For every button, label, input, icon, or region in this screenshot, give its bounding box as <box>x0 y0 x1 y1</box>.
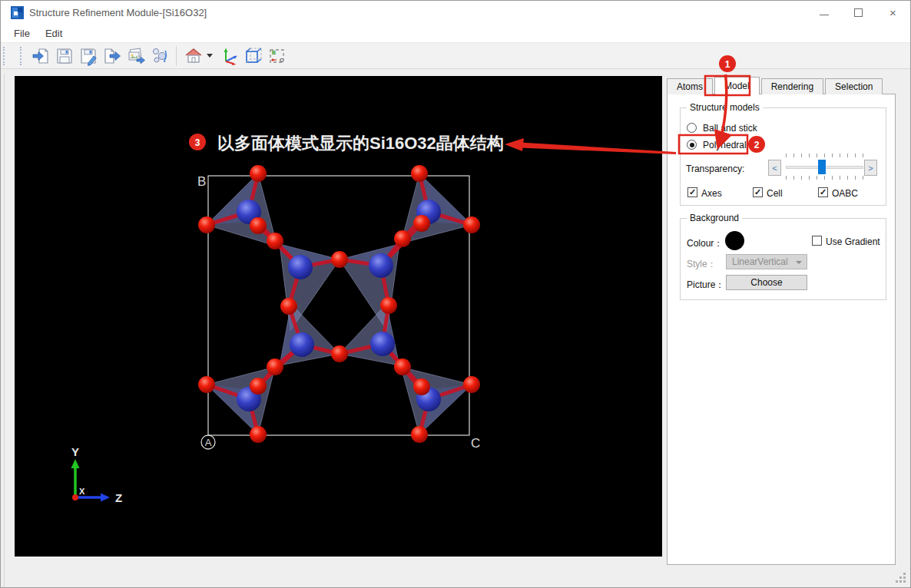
structure-models-title: Structure models <box>687 102 763 113</box>
background-group: Background Colour： Use Gradient Style： L… <box>680 218 886 300</box>
z-axis-label: Z <box>115 491 122 504</box>
export-icon <box>102 46 122 66</box>
use-gradient-label[interactable]: Use Gradient <box>826 236 880 247</box>
y-axis-arrow <box>71 459 80 468</box>
style-dropdown[interactable]: LinearVertical <box>726 254 807 269</box>
axes-icon <box>220 46 240 66</box>
slider-increase-button[interactable]: > <box>864 160 877 176</box>
window-title: Structure Refinement Module-[Si16O32] <box>29 7 207 18</box>
cell-checkbox[interactable]: ✓ <box>753 187 763 197</box>
tab-atoms[interactable]: Atoms <box>667 78 713 94</box>
export-image-button[interactable] <box>124 45 147 68</box>
panel-tab-bar: Atoms Model Rendering Selection <box>667 78 884 94</box>
crystal-structure-canvas[interactable]: B A C Y Z X <box>15 76 662 557</box>
import-icon <box>31 46 51 66</box>
minimize-button[interactable] <box>807 1 841 24</box>
structure-models-group: Structure models Ball and stick Polyhedr… <box>680 107 886 206</box>
import-button[interactable] <box>28 45 52 68</box>
cell-checkbox-label[interactable]: Cell <box>767 188 783 199</box>
svg-text:B: B <box>272 50 276 55</box>
background-title: Background <box>687 213 742 223</box>
oabc-checkbox[interactable]: ✓ <box>818 187 828 197</box>
y-axis-label: Y <box>71 445 79 458</box>
menu-bar: File Edit <box>1 24 910 43</box>
tab-model[interactable]: Model <box>714 77 760 94</box>
oabc-toggle-button[interactable]: B C <box>265 45 289 68</box>
slider-ticks-bottom <box>786 176 863 180</box>
model-tab-page: Structure models Ball and stick Polyhedr… <box>667 94 896 565</box>
menu-edit[interactable]: Edit <box>38 28 70 39</box>
x-axis-dot <box>72 494 78 500</box>
title-bar: Structure Refinement Module-[Si16O32] × <box>1 1 910 24</box>
molecule-icon <box>150 46 170 66</box>
dropdown-caret-icon <box>796 261 802 264</box>
molecule-button[interactable] <box>147 45 171 68</box>
polyhedral-label[interactable]: Polyhedral <box>703 140 747 150</box>
save-as-icon <box>78 46 98 66</box>
style-dropdown-value: LinearVertical <box>732 256 788 267</box>
toolbar-gripper-2[interactable] <box>20 47 24 65</box>
style-label: Style： <box>687 258 717 271</box>
panel-splitter-line <box>4 74 5 587</box>
axis-triad: Y Z X <box>71 445 123 504</box>
home-dropdown-caret[interactable] <box>207 54 213 58</box>
close-icon: × <box>889 6 896 19</box>
toolbar-gripper[interactable] <box>3 47 7 65</box>
minimize-icon <box>820 15 829 15</box>
picture-label: Picture： <box>687 279 724 292</box>
app-logo-icon <box>11 6 24 19</box>
save-button[interactable] <box>52 45 76 68</box>
export-image-icon <box>126 46 146 66</box>
app-window: Structure Refinement Module-[Si16O32] × … <box>0 0 911 588</box>
toolbar-separator <box>176 46 177 66</box>
home-icon <box>184 46 204 66</box>
x-axis-label: X <box>79 487 85 496</box>
toolbar: B C <box>1 43 910 69</box>
export-button[interactable] <box>100 45 124 68</box>
cell-label-c: C <box>471 436 480 451</box>
structure-viewport[interactable]: B A C Y Z X <box>15 76 662 557</box>
radio-ball-and-stick[interactable] <box>687 123 697 133</box>
oabc-checkbox-label[interactable]: OABC <box>832 188 858 199</box>
colour-swatch[interactable] <box>725 231 744 250</box>
colour-label: Colour： <box>687 237 723 250</box>
save-icon <box>55 46 75 66</box>
slider-decrease-button[interactable]: < <box>768 160 781 176</box>
menu-file[interactable]: File <box>6 28 38 39</box>
axes-checkbox-label[interactable]: Axes <box>701 188 722 199</box>
axes-toggle-button[interactable] <box>217 45 241 68</box>
close-button[interactable]: × <box>876 1 910 24</box>
maximize-button[interactable] <box>841 1 876 24</box>
axes-checkbox[interactable]: ✓ <box>687 187 697 197</box>
radio-polyhedral[interactable] <box>687 140 697 150</box>
crystal-structure <box>198 165 480 443</box>
ball-and-stick-label[interactable]: Ball and stick <box>703 123 757 134</box>
save-as-button[interactable] <box>76 45 100 68</box>
transparency-slider-thumb[interactable] <box>818 160 826 174</box>
maximize-icon <box>854 8 863 17</box>
cell-label-b: B <box>197 174 206 189</box>
home-view-button[interactable] <box>181 45 205 68</box>
choose-button[interactable]: Choose <box>726 275 807 290</box>
tab-rendering[interactable]: Rendering <box>761 78 823 94</box>
svg-text:C: C <box>280 58 283 63</box>
resize-grip[interactable] <box>895 572 906 583</box>
cell-icon <box>243 46 263 66</box>
transparency-label: Transparency: <box>686 164 744 174</box>
use-gradient-checkbox[interactable] <box>812 236 822 246</box>
z-axis-arrow <box>101 494 110 502</box>
tab-selection[interactable]: Selection <box>825 78 883 94</box>
cell-label-a: A <box>205 437 212 448</box>
oabc-icon: B C <box>267 46 287 66</box>
cell-toggle-button[interactable] <box>241 45 265 68</box>
slider-ticks-top <box>786 154 863 157</box>
